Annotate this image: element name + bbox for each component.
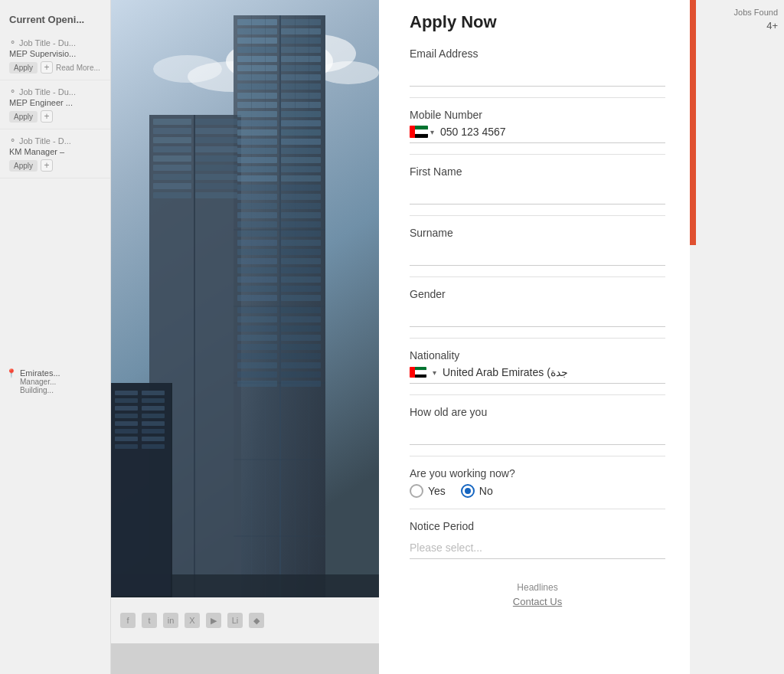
svg-rect-19 bbox=[237, 83, 277, 90]
no-radio-label: No bbox=[479, 485, 493, 497]
svg-rect-111 bbox=[237, 371, 277, 378]
plus-button-2[interactable]: + bbox=[41, 110, 53, 123]
svg-rect-87 bbox=[237, 267, 277, 273]
job-title-icon-1: ⚬ Job Title - Du... bbox=[9, 38, 101, 47]
svg-rect-88 bbox=[237, 276, 277, 283]
linkedin-icon[interactable]: Li bbox=[227, 613, 243, 628]
svg-rect-67 bbox=[281, 175, 321, 182]
person-icon-2: ⚬ bbox=[9, 87, 16, 97]
divider-8 bbox=[410, 509, 665, 509]
svg-rect-8 bbox=[237, 28, 277, 34]
nationality-selector-row[interactable]: ▾ United Arab Emirates (جدة bbox=[410, 366, 665, 384]
surname-input[interactable] bbox=[410, 244, 665, 266]
plus-button-3[interactable]: + bbox=[41, 159, 53, 172]
country-flag-selector[interactable]: ▾ bbox=[410, 126, 434, 138]
youtube-icon[interactable]: ▶ bbox=[206, 613, 221, 628]
svg-rect-124 bbox=[115, 406, 138, 411]
first-name-label: First Name bbox=[410, 165, 665, 178]
svg-rect-127 bbox=[142, 414, 165, 418]
svg-rect-134 bbox=[115, 444, 138, 449]
svg-rect-86 bbox=[237, 258, 277, 264]
building-svg bbox=[111, 0, 379, 597]
svg-rect-128 bbox=[115, 421, 138, 426]
svg-rect-105 bbox=[281, 316, 321, 322]
plus-button-1[interactable]: + bbox=[41, 61, 53, 74]
svg-rect-43 bbox=[194, 115, 195, 597]
gender-label: Gender bbox=[410, 288, 665, 300]
svg-rect-85 bbox=[237, 249, 277, 255]
svg-rect-89 bbox=[237, 286, 277, 292]
svg-rect-92 bbox=[281, 240, 321, 246]
svg-rect-122 bbox=[115, 398, 138, 403]
first-name-input[interactable] bbox=[410, 182, 665, 204]
svg-rect-58 bbox=[281, 129, 321, 136]
svg-rect-61 bbox=[237, 157, 277, 163]
apply-button-1[interactable]: Apply bbox=[9, 62, 38, 74]
age-label: How old are you bbox=[410, 406, 665, 418]
scrollbar-thumb[interactable] bbox=[690, 0, 696, 245]
svg-rect-53 bbox=[237, 120, 277, 126]
person-icon-3: ⚬ bbox=[9, 136, 16, 146]
svg-rect-41 bbox=[195, 146, 237, 152]
email-input[interactable] bbox=[410, 64, 665, 87]
svg-rect-20 bbox=[237, 93, 277, 99]
instagram-icon[interactable]: in bbox=[163, 613, 178, 628]
svg-rect-65 bbox=[281, 157, 321, 163]
facebook-icon[interactable]: f bbox=[120, 613, 136, 628]
job-title-icon-2: ⚬ Job Title - Du... bbox=[9, 87, 101, 97]
working-yes-option[interactable]: Yes bbox=[410, 484, 446, 498]
gender-input[interactable] bbox=[410, 305, 665, 327]
notice-input[interactable] bbox=[410, 537, 665, 559]
no-radio-circle[interactable] bbox=[461, 484, 475, 498]
svg-rect-51 bbox=[195, 192, 237, 198]
svg-rect-70 bbox=[237, 203, 277, 209]
age-input[interactable] bbox=[410, 423, 665, 445]
svg-rect-11 bbox=[237, 56, 277, 62]
svg-rect-50 bbox=[195, 183, 237, 189]
svg-rect-94 bbox=[281, 258, 321, 264]
svg-rect-74 bbox=[281, 194, 321, 200]
apply-button-2[interactable]: Apply bbox=[9, 111, 38, 123]
nationality-uae-flag bbox=[410, 367, 426, 378]
svg-rect-17 bbox=[237, 65, 277, 71]
working-radio-group: Yes No bbox=[410, 484, 665, 498]
svg-rect-59 bbox=[281, 139, 321, 145]
svg-rect-66 bbox=[281, 166, 321, 172]
divider-1 bbox=[410, 97, 665, 98]
divider-6 bbox=[410, 394, 665, 395]
mobile-input[interactable] bbox=[440, 126, 665, 138]
svg-rect-73 bbox=[281, 185, 321, 191]
scrollbar-track[interactable] bbox=[690, 0, 696, 674]
svg-rect-42 bbox=[195, 155, 237, 162]
jobs-found-label: Jobs Found bbox=[702, 8, 778, 17]
headlines-link[interactable]: Headlines bbox=[517, 582, 557, 593]
working-no-option[interactable]: No bbox=[461, 484, 493, 498]
svg-rect-121 bbox=[142, 391, 165, 395]
contact-us-link[interactable]: Contact Us bbox=[410, 596, 665, 607]
divider-2 bbox=[410, 154, 665, 155]
svg-rect-26 bbox=[281, 102, 321, 108]
svg-rect-22 bbox=[281, 65, 321, 71]
twitter-icon[interactable]: t bbox=[142, 613, 157, 628]
yes-radio-circle[interactable] bbox=[410, 484, 423, 498]
svg-rect-56 bbox=[281, 111, 321, 117]
svg-rect-48 bbox=[195, 165, 237, 171]
svg-rect-47 bbox=[153, 192, 191, 198]
working-label: Are you working now? bbox=[410, 467, 665, 479]
svg-rect-36 bbox=[153, 146, 191, 152]
x-icon[interactable]: X bbox=[185, 613, 200, 628]
svg-rect-98 bbox=[281, 295, 321, 301]
svg-rect-39 bbox=[195, 128, 237, 134]
working-field-group: Are you working now? Yes No bbox=[410, 467, 665, 498]
svg-rect-71 bbox=[237, 212, 277, 218]
svg-rect-131 bbox=[142, 429, 165, 434]
job-actions-3: Apply + bbox=[9, 159, 101, 172]
svg-rect-9 bbox=[237, 38, 277, 44]
apply-button-3[interactable]: Apply bbox=[9, 160, 38, 172]
read-more-1[interactable]: Read More... bbox=[56, 64, 100, 72]
divider-3 bbox=[410, 215, 665, 216]
svg-rect-113 bbox=[281, 353, 321, 359]
social-extra-icon[interactable]: ◆ bbox=[249, 613, 264, 628]
svg-rect-116 bbox=[281, 381, 321, 387]
job-company-2: MEP Engineer ... bbox=[9, 98, 101, 107]
